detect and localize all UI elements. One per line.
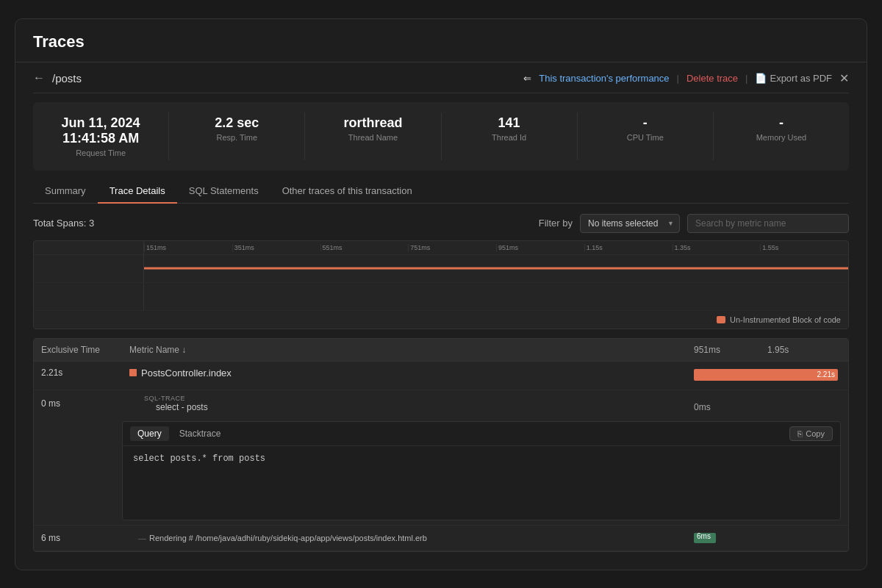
timeline-row-chart-1 <box>144 255 848 282</box>
separator-2: | <box>745 73 747 84</box>
table-row-controller: 2.21s PostsController.index 2.21s <box>34 362 848 390</box>
metric-request-time: Jun 11, 2024 11:41:58 AM Request Time <box>33 112 169 160</box>
timeline-ticks: 151ms 351ms 551ms 751ms 951ms 1.15s 1.35… <box>144 241 848 254</box>
table-container: Exclusive Time Metric Name ↓ 951ms 1.95s… <box>33 338 849 552</box>
breadcrumb-path: /posts <box>52 72 82 85</box>
metric-label-cpu-time: CPU Time <box>587 133 704 142</box>
timeline-row-label-2 <box>34 283 144 310</box>
breadcrumb-right: ⇐ This transaction's performance | Delet… <box>523 71 849 85</box>
filter-select-wrapper[interactable]: No items selected <box>580 214 680 233</box>
timeline-row-chart-2 <box>144 283 848 310</box>
metric-label-thread-id: Thread Id <box>451 133 568 142</box>
controller-bar-label: 2.21s <box>817 370 835 379</box>
exclusive-time-controller: 2.21s <box>41 368 129 378</box>
tick-1: 151ms <box>144 244 232 251</box>
separator-1: | <box>677 73 679 84</box>
col-header-exclusive-time: Exclusive Time <box>41 345 129 355</box>
metric-value-thread-name: rorthread <box>314 115 431 131</box>
sql-exclusive-time: 0 ms <box>41 398 129 409</box>
table-header-row: Exclusive Time Metric Name ↓ 951ms 1.95s <box>34 339 848 362</box>
export-icon: 📄 <box>755 73 767 84</box>
col-header-195s: 1.95s <box>767 345 841 355</box>
metric-thread-name: rorthread Thread Name <box>305 112 441 160</box>
timeline-row-2 <box>34 283 848 311</box>
query-tab-query[interactable]: Query <box>130 426 169 441</box>
tick-4: 751ms <box>408 244 496 251</box>
tick-8: 1.55s <box>760 244 848 251</box>
filter-select[interactable]: No items selected <box>580 214 680 233</box>
tick-6: 1.15s <box>584 244 673 251</box>
filter-right: Filter by No items selected <box>539 214 849 233</box>
tab-sql-statements[interactable]: SQL Statements <box>177 179 270 204</box>
tick-7: 1.35s <box>673 244 761 251</box>
render-bar-label: 6ms <box>697 532 711 540</box>
controller-dot <box>129 369 137 376</box>
tick-3: 551ms <box>320 244 409 251</box>
timeline-container: 151ms 351ms 551ms 751ms 951ms 1.15s 1.35… <box>33 240 849 329</box>
page-header: Traces <box>15 19 867 62</box>
timeline-row-1 <box>34 255 848 283</box>
breadcrumb-left: ← /posts <box>33 71 82 85</box>
metric-label-memory-used: Memory Used <box>723 133 840 142</box>
tick-5: 951ms <box>496 244 584 251</box>
metric-value-thread-id: 141 <box>451 115 568 131</box>
render-row: 6 ms — Rendering # /home/java/adhi/ruby/… <box>34 526 848 551</box>
legend-label: Un-Instrumented Block of code <box>730 315 841 324</box>
export-pdf-link[interactable]: 📄 Export as PDF <box>755 73 832 84</box>
controller-bar: 2.21s <box>694 369 838 381</box>
tabs-bar: Summary Trace Details SQL Statements Oth… <box>33 179 849 204</box>
back-button[interactable]: ← <box>33 71 45 85</box>
render-bar-cell: 6ms <box>694 531 767 545</box>
query-tab-stacktrace[interactable]: Stacktrace <box>172 426 229 441</box>
metric-value-cpu-time: - <box>587 115 704 131</box>
tab-summary[interactable]: Summary <box>33 179 98 204</box>
sql-main-row: 0 ms SQL-Trace select - posts 0ms <box>34 390 848 417</box>
query-tab-buttons: Query Stacktrace <box>130 426 228 441</box>
query-panel: Query Stacktrace ⎘ Copy select posts.* f… <box>122 421 841 520</box>
sql-name-cell: SQL-Trace select - posts <box>129 395 694 412</box>
render-dash: — <box>138 534 146 542</box>
metrics-bar: Jun 11, 2024 11:41:58 AM Request Time 2.… <box>33 102 849 171</box>
metric-label-resp-time: Resp. Time <box>178 133 295 142</box>
timeline-bar-1 <box>144 268 848 270</box>
copy-icon: ⎘ <box>797 429 803 438</box>
metric-thread-id: 141 Thread Id <box>442 112 578 160</box>
sql-name: select - posts <box>156 402 694 412</box>
tab-other-traces[interactable]: Other traces of this transaction <box>270 179 424 204</box>
tab-trace-details[interactable]: Trace Details <box>98 179 177 204</box>
metric-memory-used: - Memory Used <box>714 112 849 160</box>
metric-value-resp-time: 2.2 sec <box>178 115 295 131</box>
breadcrumb-bar: ← /posts ⇐ This transaction's performanc… <box>33 62 849 93</box>
sql-bar-label: 0ms <box>694 395 767 412</box>
timeline-header: 151ms 351ms 551ms 751ms 951ms 1.15s 1.35… <box>34 241 848 255</box>
delete-trace-link[interactable]: Delete trace <box>686 73 738 84</box>
col-header-metric-name: Metric Name ↓ <box>129 345 694 355</box>
copy-button[interactable]: ⎘ Copy <box>789 426 833 441</box>
legend-dot <box>717 316 725 323</box>
perf-link[interactable]: This transaction's performance <box>539 73 669 84</box>
metric-value-request-time: Jun 11, 2024 11:41:58 AM <box>42 115 159 146</box>
sql-sub-row: 0 ms SQL-Trace select - posts 0ms Query … <box>34 390 848 526</box>
arrow-icon: ⇐ <box>523 73 531 84</box>
filter-by-label: Filter by <box>539 218 573 229</box>
page-title: Traces <box>33 32 85 51</box>
filter-row: Totat Spans: 3 Filter by No items select… <box>33 214 849 233</box>
metric-label-request-time: Request Time <box>42 148 159 157</box>
metric-value-memory-used: - <box>723 115 840 131</box>
timeline-header-label <box>34 241 144 254</box>
tick-2: 351ms <box>232 244 320 251</box>
timeline-row-label-1 <box>34 255 144 282</box>
render-exclusive-time: 6 ms <box>41 533 129 543</box>
metric-label-thread-name: Thread Name <box>314 133 431 142</box>
total-spans: Totat Spans: 3 <box>33 218 94 229</box>
close-button[interactable]: ✕ <box>839 71 849 85</box>
query-content: select posts.* from posts <box>123 446 840 520</box>
controller-bar-cell: 2.21s <box>694 368 841 384</box>
timeline-legend: Un-Instrumented Block of code <box>34 311 848 329</box>
controller-name: PostsController.index <box>129 368 694 379</box>
col-header-951ms: 951ms <box>694 345 767 355</box>
content-area: ← /posts ⇐ This transaction's performanc… <box>15 62 867 570</box>
render-name: — Rendering # /home/java/adhi/ruby/sidek… <box>129 534 694 542</box>
search-input[interactable] <box>687 214 849 233</box>
metric-resp-time: 2.2 sec Resp. Time <box>169 112 305 160</box>
